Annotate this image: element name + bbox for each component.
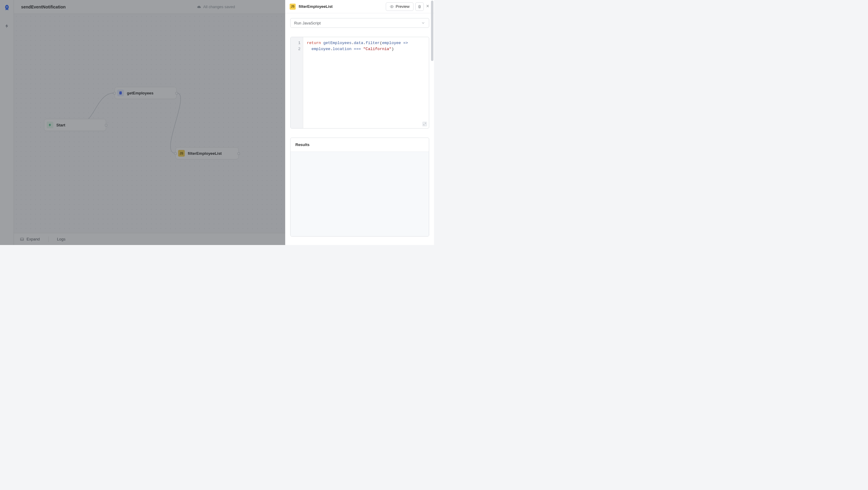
code-area[interactable]: return getEmployees.data.filter(employee… xyxy=(303,37,429,128)
delete-button[interactable] xyxy=(415,2,424,11)
side-panel: JS filterEmployeeList Preview Run JavaSc… xyxy=(285,0,434,245)
node-filter-employee-list[interactable]: JS filterEmployeeList xyxy=(176,147,239,159)
code-token: employee xyxy=(382,41,401,45)
bolt-icon[interactable] xyxy=(1,21,12,31)
expand-code-button[interactable] xyxy=(422,122,427,126)
bolt-icon xyxy=(47,122,53,128)
node-filter-employee-list-label: filterEmployeeList xyxy=(188,151,222,156)
svg-point-6 xyxy=(391,6,393,7)
results-section: Results xyxy=(290,138,429,236)
results-body xyxy=(290,152,429,236)
panel-title: filterEmployeeList xyxy=(299,4,333,9)
code-token: return xyxy=(307,41,321,45)
flow-title: sendEventNotification xyxy=(21,4,66,9)
block-type-select[interactable]: Run JavaScript xyxy=(290,18,429,28)
svg-rect-4 xyxy=(21,238,24,240)
line-number: 1 xyxy=(293,40,301,46)
code-token: location xyxy=(333,47,351,51)
trash-icon xyxy=(417,4,422,9)
results-label: Results xyxy=(296,142,310,147)
panel-header-actions: Preview xyxy=(386,2,430,11)
svg-point-0 xyxy=(119,91,122,93)
node-start-label: Start xyxy=(56,123,65,127)
block-type-label: Run JavaScript xyxy=(294,21,321,25)
preview-label: Preview xyxy=(396,4,410,9)
save-status: All changes saved xyxy=(197,4,235,9)
node-port[interactable] xyxy=(176,92,178,94)
code-token: ) xyxy=(392,47,394,51)
expand-button[interactable]: Expand xyxy=(20,237,40,241)
database-icon xyxy=(117,90,124,96)
expand-label: Expand xyxy=(27,237,40,241)
code-gutter: 1 2 xyxy=(290,37,303,128)
js-icon: JS xyxy=(290,4,296,10)
code-token: getEmployees xyxy=(323,41,352,45)
expand-icon xyxy=(423,122,426,125)
line-number: 2 xyxy=(293,46,301,52)
node-get-employees-label: getEmployees xyxy=(127,91,153,95)
node-get-employees[interactable]: getEmployees xyxy=(115,87,177,99)
panel-body: Run JavaScript 1 2 return getEmployees.d… xyxy=(285,13,434,241)
preview-button[interactable]: Preview xyxy=(386,2,413,11)
node-port[interactable] xyxy=(238,152,240,155)
scrollbar[interactable] xyxy=(431,1,433,61)
code-token: . xyxy=(363,41,366,45)
node-port[interactable] xyxy=(113,92,116,94)
node-port[interactable] xyxy=(174,152,177,155)
code-token: "California" xyxy=(363,47,392,51)
eye-icon xyxy=(390,4,394,9)
code-token: => xyxy=(403,41,408,45)
code-token: ( xyxy=(380,41,382,45)
chevron-down-icon xyxy=(421,21,425,25)
panel-header: JS filterEmployeeList Preview xyxy=(285,0,434,13)
node-port[interactable] xyxy=(105,124,107,126)
close-icon xyxy=(426,4,430,8)
code-token: data xyxy=(354,41,363,45)
panel-icon xyxy=(20,237,24,241)
code-token: filter xyxy=(366,41,380,45)
cloud-icon xyxy=(197,5,201,9)
code-token: employee xyxy=(312,47,330,51)
code-token: === xyxy=(354,47,361,51)
code-editor[interactable]: 1 2 return getEmployees.data.filter(empl… xyxy=(290,37,429,128)
rocket-icon[interactable] xyxy=(3,4,10,11)
js-icon: JS xyxy=(178,150,185,156)
save-status-text: All changes saved xyxy=(203,4,235,9)
code-token: . xyxy=(351,41,354,45)
close-button[interactable] xyxy=(426,4,430,9)
node-start[interactable]: Start xyxy=(44,119,106,131)
results-header: Results xyxy=(290,138,429,152)
logs-tab[interactable]: Logs xyxy=(57,237,65,241)
left-rail xyxy=(0,0,14,245)
code-token: . xyxy=(330,47,333,51)
divider xyxy=(48,236,49,242)
